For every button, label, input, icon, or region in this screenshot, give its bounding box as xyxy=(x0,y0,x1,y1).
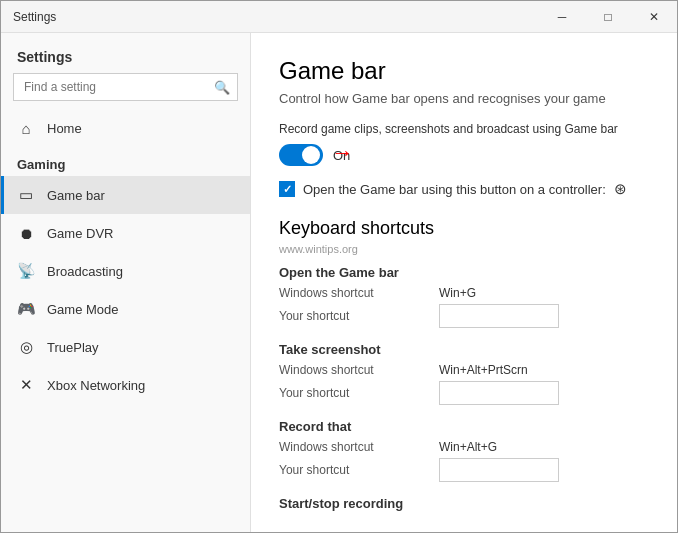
shortcut-group-take-screenshot: Take screenshot Windows shortcut Win+Alt… xyxy=(279,342,649,405)
screenshot-windows-value: Win+Alt+PrtScrn xyxy=(439,363,649,377)
shortcut-row-screenshot-windows: Windows shortcut Win+Alt+PrtScrn xyxy=(279,363,649,377)
sidebar-section-gaming: Gaming xyxy=(1,147,250,176)
sidebar-item-xbox-networking-label: Xbox Networking xyxy=(47,378,145,393)
maximize-button[interactable]: □ xyxy=(585,1,631,32)
checkbox-label: Open the Game bar using this button on a… xyxy=(303,182,606,197)
open-your-input[interactable] xyxy=(439,304,559,328)
record-windows-label: Windows shortcut xyxy=(279,440,439,454)
toggle-row: On ← xyxy=(279,144,649,166)
titlebar-title: Settings xyxy=(13,10,56,24)
trueplay-icon: ◎ xyxy=(17,338,35,356)
sidebar-item-game-dvr[interactable]: ⏺ Game DVR xyxy=(1,214,250,252)
shortcut-row-open-windows: Windows shortcut Win+G xyxy=(279,286,649,300)
minimize-button[interactable]: ─ xyxy=(539,1,585,32)
record-your-label: Your shortcut xyxy=(279,463,439,477)
checkmark-icon: ✓ xyxy=(283,183,292,196)
record-windows-value: Win+Alt+G xyxy=(439,440,649,454)
sidebar-item-broadcasting[interactable]: 📡 Broadcasting xyxy=(1,252,250,290)
open-your-label: Your shortcut xyxy=(279,309,439,323)
sidebar: Settings 🔍 ⌂ Home Gaming ▭ Game bar ⏺ Ga… xyxy=(1,33,251,532)
main-content: Game bar Control how Game bar opens and … xyxy=(251,33,677,532)
titlebar-controls: ─ □ ✕ xyxy=(539,1,677,32)
page-subtitle: Control how Game bar opens and recognise… xyxy=(279,91,649,106)
content-area: Settings 🔍 ⌂ Home Gaming ▭ Game bar ⏺ Ga… xyxy=(1,33,677,532)
settings-window: Settings ─ □ ✕ Settings 🔍 ⌂ Home Gaming … xyxy=(0,0,678,533)
sidebar-item-game-bar-label: Game bar xyxy=(47,188,105,203)
page-title: Game bar xyxy=(279,57,649,85)
sidebar-item-xbox-networking[interactable]: ✕ Xbox Networking xyxy=(1,366,250,404)
game-mode-icon: 🎮 xyxy=(17,300,35,318)
shortcut-group-start-stop: Start/stop recording xyxy=(279,496,649,511)
sidebar-search: 🔍 xyxy=(13,73,238,101)
keyboard-shortcuts-title: Keyboard shortcuts xyxy=(279,218,649,239)
shortcut-group-open-game-bar: Open the Game bar Windows shortcut Win+G… xyxy=(279,265,649,328)
shortcut-group-record-that-title: Record that xyxy=(279,419,649,434)
record-toggle[interactable] xyxy=(279,144,323,166)
home-icon: ⌂ xyxy=(17,119,35,137)
record-your-input[interactable] xyxy=(439,458,559,482)
sidebar-item-trueplay[interactable]: ◎ TruePlay xyxy=(1,328,250,366)
sidebar-item-game-dvr-label: Game DVR xyxy=(47,226,113,241)
xbox-icon: ⊛ xyxy=(614,180,627,198)
sidebar-item-game-mode-label: Game Mode xyxy=(47,302,119,317)
screenshot-windows-label: Windows shortcut xyxy=(279,363,439,377)
game-bar-icon: ▭ xyxy=(17,186,35,204)
search-icon: 🔍 xyxy=(214,80,230,95)
toggle-knob xyxy=(302,146,320,164)
controller-checkbox[interactable]: ✓ xyxy=(279,181,295,197)
game-dvr-icon: ⏺ xyxy=(17,224,35,242)
titlebar: Settings ─ □ ✕ xyxy=(1,1,677,33)
shortcut-group-open-game-bar-title: Open the Game bar xyxy=(279,265,649,280)
open-windows-value: Win+G xyxy=(439,286,649,300)
screenshot-your-input[interactable] xyxy=(439,381,559,405)
shortcut-row-record-windows: Windows shortcut Win+Alt+G xyxy=(279,440,649,454)
shortcut-row-record-your: Your shortcut xyxy=(279,458,649,482)
shortcut-group-take-screenshot-title: Take screenshot xyxy=(279,342,649,357)
sidebar-header: Settings xyxy=(1,33,250,73)
toggle-label: On xyxy=(333,148,350,163)
search-input[interactable] xyxy=(13,73,238,101)
sidebar-item-broadcasting-label: Broadcasting xyxy=(47,264,123,279)
close-button[interactable]: ✕ xyxy=(631,1,677,32)
watermark: www.wintips.org xyxy=(279,243,649,255)
sidebar-item-trueplay-label: TruePlay xyxy=(47,340,99,355)
sidebar-item-home-label: Home xyxy=(47,121,82,136)
shortcut-group-start-stop-title: Start/stop recording xyxy=(279,496,649,511)
sidebar-item-game-bar[interactable]: ▭ Game bar xyxy=(1,176,250,214)
open-windows-label: Windows shortcut xyxy=(279,286,439,300)
shortcut-row-screenshot-your: Your shortcut xyxy=(279,381,649,405)
sidebar-item-home[interactable]: ⌂ Home xyxy=(1,109,250,147)
sidebar-item-game-mode[interactable]: 🎮 Game Mode xyxy=(1,290,250,328)
broadcasting-icon: 📡 xyxy=(17,262,35,280)
screenshot-your-label: Your shortcut xyxy=(279,386,439,400)
shortcut-group-record-that: Record that Windows shortcut Win+Alt+G Y… xyxy=(279,419,649,482)
record-label: Record game clips, screenshots and broad… xyxy=(279,122,649,136)
checkbox-row: ✓ Open the Game bar using this button on… xyxy=(279,180,649,198)
shortcut-row-open-your: Your shortcut xyxy=(279,304,649,328)
xbox-networking-icon: ✕ xyxy=(17,376,35,394)
